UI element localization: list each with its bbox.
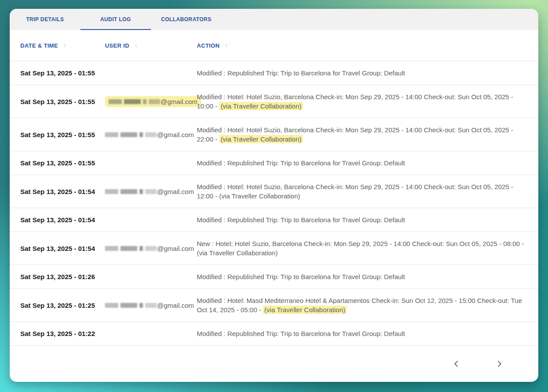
tab-label: TRIP DETAILS [26, 16, 64, 22]
next-page-button[interactable] [491, 355, 508, 373]
action-text-highlighted: (via Traveller Collaboration) [219, 135, 303, 143]
email-domain-suffix: @gmail.com [157, 188, 194, 195]
email-domain-suffix: @gmail.com [157, 131, 194, 138]
table-body: Sat Sep 13, 2025 - 01:55 Modified : Repu… [10, 61, 538, 346]
action-text: Modified : Republished Trip: Trip to Bar… [197, 159, 405, 167]
table-row: Sat Sep 13, 2025 - 01:55 Modified : Repu… [10, 61, 538, 85]
action-cell: Modified : Hotel: Hotel Suzio, Barcelona… [197, 125, 538, 144]
action-text: Modified : Republished Trip: Trip to Bar… [197, 69, 405, 77]
user-id-cell: @gmail.com [105, 302, 197, 309]
action-text: Modified : Republished Trip: Trip to Bar… [197, 216, 405, 224]
previous-page-button[interactable] [447, 355, 465, 373]
column-header-label: DATE & TIME [20, 42, 58, 49]
date-cell: Sat Sep 13, 2025 - 01:55 [10, 69, 105, 77]
trip-audit-card: TRIP DETAILS AUDIT LOG COLLABORATORS DAT… [10, 9, 538, 382]
redacted-email: @gmail.com [105, 188, 194, 195]
action-text: New : Hotel: Hotel Suzio, Barcelona Chec… [197, 240, 524, 257]
table-row: Sat Sep 13, 2025 - 01:22 Modified : Repu… [10, 322, 538, 346]
action-cell: Modified : Republished Trip: Trip to Bar… [197, 68, 538, 78]
redacted-email: @gmail.com [105, 245, 194, 252]
sort-arrow-up-icon: ↑ [63, 42, 66, 49]
action-cell: Modified : Hotel: Hotel Suzio, Barcelona… [197, 182, 538, 201]
action-text: Modified : Republished Trip: Trip to Bar… [197, 330, 405, 337]
table-row: Sat Sep 13, 2025 - 01:55 @gmail.com Modi… [10, 118, 538, 151]
action-cell: Modified : Republished Trip: Trip to Bar… [197, 215, 538, 224]
user-id-cell: @gmail.com [105, 96, 197, 107]
action-cell: New : Hotel: Hotel Suzio, Barcelona Chec… [197, 239, 538, 258]
table-row: Sat Sep 13, 2025 - 01:26 Modified : Repu… [10, 265, 538, 289]
redacted-email-highlighted: @gmail.com [105, 96, 201, 107]
chevron-left-icon [451, 359, 461, 369]
table-row: Sat Sep 13, 2025 - 01:54 @gmail.com Modi… [10, 175, 538, 208]
action-cell: Modified : Republished Trip: Trip to Bar… [197, 329, 538, 338]
action-cell: Modified : Republished Trip: Trip to Bar… [197, 272, 538, 281]
table-row: Sat Sep 13, 2025 - 01:55 @gmail.com Modi… [10, 85, 538, 118]
action-cell: Modified : Republished Trip: Trip to Bar… [197, 158, 538, 168]
date-cell: Sat Sep 13, 2025 - 01:55 [10, 131, 105, 138]
date-cell: Sat Sep 13, 2025 - 01:22 [10, 330, 105, 337]
email-domain-suffix: @gmail.com [157, 245, 194, 252]
sort-arrow-up-icon: ↑ [225, 42, 228, 49]
redacted-email: @gmail.com [105, 131, 194, 138]
date-cell: Sat Sep 13, 2025 - 01:55 [10, 98, 105, 105]
action-text: Modified : Hotel: Masd Mediterraneo Hote… [197, 297, 522, 314]
date-cell: Sat Sep 13, 2025 - 01:54 [10, 245, 105, 252]
table-row: Sat Sep 13, 2025 - 01:54 @gmail.com New … [10, 232, 538, 265]
redacted-name-blur [105, 189, 157, 194]
column-header-label: USER ID [105, 42, 129, 49]
action-text: Modified : Hotel: Hotel Suzio, Barcelona… [197, 183, 513, 200]
pagination [10, 346, 538, 382]
date-cell: Sat Sep 13, 2025 - 01:54 [10, 216, 105, 224]
user-id-cell: @gmail.com [105, 188, 197, 195]
tab-bar: TRIP DETAILS AUDIT LOG COLLABORATORS [10, 9, 538, 30]
tab-label: AUDIT LOG [100, 16, 131, 22]
chevron-right-icon [495, 359, 504, 369]
tab-collaborators[interactable]: COLLABORATORS [151, 9, 221, 30]
user-id-cell: @gmail.com [105, 245, 197, 252]
column-header-date-time[interactable]: DATE & TIME ↑ [10, 42, 105, 49]
date-cell: Sat Sep 13, 2025 - 01:26 [10, 273, 105, 280]
table-header: DATE & TIME ↑ USER ID ↑ ACTION ↑ [10, 30, 538, 61]
desktop-background: { "tabs": [ {"label": "TRIP DETAILS", "a… [0, 0, 548, 392]
column-header-user-id[interactable]: USER ID ↑ [105, 42, 197, 49]
table-row: Sat Sep 13, 2025 - 01:54 Modified : Repu… [10, 208, 538, 232]
action-text: Modified : Republished Trip: Trip to Bar… [197, 273, 405, 280]
sort-arrow-up-icon: ↑ [135, 42, 138, 49]
column-header-action[interactable]: ACTION ↑ [197, 42, 538, 49]
date-cell: Sat Sep 13, 2025 - 01:25 [10, 302, 105, 309]
column-header-label: ACTION [197, 42, 220, 49]
action-text-highlighted: (via Traveller Collaboration) [219, 102, 303, 110]
user-id-cell: @gmail.com [105, 131, 197, 138]
email-domain-suffix: @gmail.com [157, 302, 194, 309]
date-cell: Sat Sep 13, 2025 - 01:54 [10, 188, 105, 195]
table-row: Sat Sep 13, 2025 - 01:55 Modified : Repu… [10, 151, 538, 175]
table-row: Sat Sep 13, 2025 - 01:25 @gmail.com Modi… [10, 289, 538, 322]
tab-trip-details[interactable]: TRIP DETAILS [10, 9, 80, 30]
redacted-email: @gmail.com [105, 302, 194, 309]
tab-label: COLLABORATORS [161, 16, 211, 22]
action-cell: Modified : Hotel: Hotel Suzio, Barcelona… [197, 92, 538, 111]
redacted-name-blur [105, 246, 157, 251]
date-cell: Sat Sep 13, 2025 - 01:55 [10, 159, 105, 167]
action-text-highlighted: (via Traveller Collaboration) [263, 306, 346, 314]
email-domain-suffix: @gmail.com [161, 98, 198, 105]
action-cell: Modified : Hotel: Masd Mediterraneo Hote… [197, 296, 538, 314]
tab-audit-log[interactable]: AUDIT LOG [80, 9, 151, 30]
redacted-name-blur [105, 303, 157, 308]
redacted-name-blur [105, 132, 157, 137]
redacted-name-blur [109, 99, 160, 104]
